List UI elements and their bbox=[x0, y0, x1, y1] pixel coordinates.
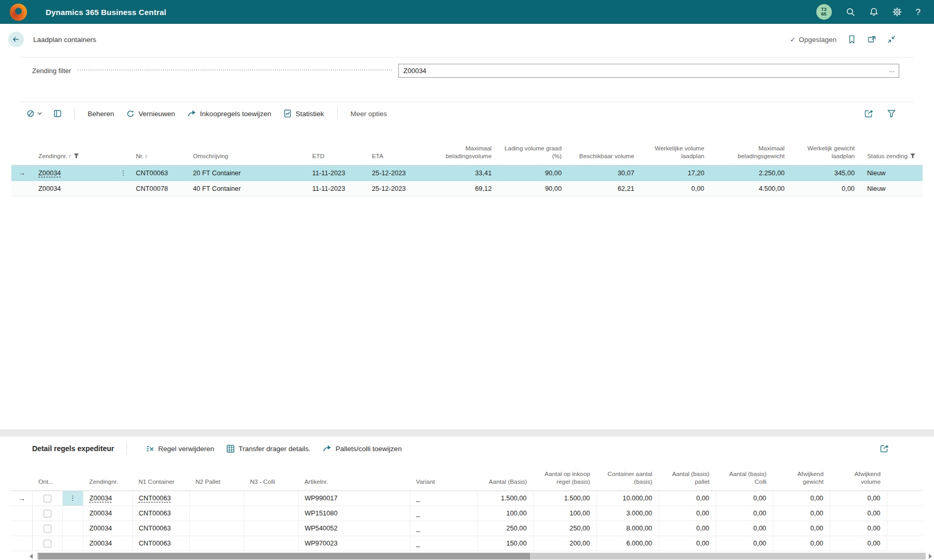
share-icon[interactable] bbox=[865, 109, 874, 118]
cell-container-aantal-basis[interactable]: 10.000,00 bbox=[596, 491, 659, 506]
cell-aantal-op-inkoopregel-basis[interactable]: 100,00 bbox=[533, 506, 596, 521]
row-checkbox[interactable] bbox=[44, 510, 51, 517]
assist-edit-button[interactable]: ... bbox=[887, 66, 899, 76]
meer-opties-button[interactable]: Meer opties bbox=[344, 110, 394, 118]
column-header-nr[interactable]: Nr.↑ bbox=[130, 124, 187, 165]
cell-aantal-basis-colli[interactable]: 0,00 bbox=[716, 491, 773, 506]
cell-lading-volume-graad[interactable]: 90,00 bbox=[498, 180, 568, 196]
column-header-max-beladingsvolume[interactable]: Maximaal beladingsvolume bbox=[415, 124, 498, 165]
cell-nr[interactable]: CNT00078 bbox=[130, 180, 187, 196]
cell-werkelijk-gewicht-laadplan[interactable]: 0,00 bbox=[791, 180, 861, 196]
cell-status-zending[interactable]: Nieuw bbox=[861, 165, 923, 180]
cell-zendingnr[interactable]: Z00034 bbox=[83, 536, 132, 551]
cell-variant[interactable]: _ bbox=[410, 536, 477, 551]
search-icon[interactable] bbox=[846, 7, 855, 17]
cell-aantal-basis-pallet[interactable]: 0,00 bbox=[659, 536, 716, 551]
cell-afwijkend-volume[interactable]: 0,00 bbox=[830, 491, 887, 506]
cell-omschrijving[interactable]: 20 FT Container bbox=[187, 165, 306, 180]
grid-row[interactable]: Z00034CNT0007840 FT Container11-11-20232… bbox=[11, 180, 923, 196]
grid-row[interactable]: →⋮Z00034CNT00063WP990017_1.500,001.500,0… bbox=[11, 491, 923, 506]
cell-afwijkend-volume[interactable]: 0,00 bbox=[830, 506, 887, 521]
analysis-mode-icon[interactable] bbox=[21, 109, 48, 118]
cell-variant[interactable]: _ bbox=[410, 506, 477, 521]
cell-max-beladingsvolume[interactable]: 69,12 bbox=[415, 180, 498, 196]
cell-n3-colli[interactable] bbox=[244, 521, 298, 536]
scrollbar-thumb[interactable] bbox=[38, 553, 530, 559]
shipment-filter-input[interactable] bbox=[399, 67, 887, 75]
column-header-zendingnr[interactable]: Zendingnr. bbox=[83, 460, 132, 491]
inkoopregels-toewijzen-button[interactable]: Inkoopregels toewijzen bbox=[182, 110, 277, 118]
row-checkbox[interactable] bbox=[44, 525, 51, 533]
cell-afwijkend-volume[interactable]: 0,00 bbox=[830, 536, 887, 551]
column-header-etd[interactable]: ETD bbox=[306, 124, 366, 165]
cell-werkelijke-volume-laadplan[interactable]: 0,00 bbox=[640, 180, 710, 196]
cell-rowmenu[interactable] bbox=[62, 521, 83, 536]
cell-rowmenu[interactable] bbox=[117, 180, 130, 196]
cell-aantal-basis[interactable]: 150,00 bbox=[477, 536, 533, 551]
column-header-lading-volume-graad[interactable]: Lading volume graad (%) bbox=[498, 124, 568, 165]
cell-lading-volume-graad[interactable]: 90,00 bbox=[498, 165, 568, 180]
column-header-max-beladingsgewicht[interactable]: Maximaal beladingsgewicht bbox=[710, 124, 791, 165]
column-header-beschikbaar-volume[interactable]: Beschikbaar volume bbox=[568, 124, 640, 165]
cell-artikelnr[interactable]: WP540052 bbox=[298, 521, 410, 536]
cell-aantal-basis-colli[interactable]: 0,00 bbox=[716, 536, 773, 551]
cell-aantal-basis[interactable]: 1.500,00 bbox=[477, 491, 533, 506]
statistiek-button[interactable]: Statistiek bbox=[277, 109, 330, 118]
cell-aantal-op-inkoopregel-basis[interactable]: 1.500,00 bbox=[533, 491, 596, 506]
filter-funnel-icon[interactable] bbox=[887, 109, 896, 118]
grid-row[interactable]: Z00034CNT00063WP970023_150,00200,006.000… bbox=[11, 536, 923, 551]
cell-zendingnr[interactable]: Z00034 bbox=[32, 165, 117, 180]
cell-max-beladingsgewicht[interactable]: 2.250,00 bbox=[710, 165, 791, 180]
column-header-artikelnr[interactable]: Artikelnr. bbox=[298, 460, 410, 491]
cell-ontvangen[interactable] bbox=[32, 506, 62, 521]
cell-aantal-basis-pallet[interactable]: 0,00 bbox=[659, 521, 716, 536]
collapse-icon[interactable] bbox=[887, 35, 896, 44]
column-header-afwijkend-volume[interactable]: Afwijkend volume bbox=[830, 460, 887, 491]
cell-variant[interactable]: _ bbox=[410, 491, 477, 506]
detail-share-icon[interactable] bbox=[880, 444, 934, 453]
cell-aantal-basis-colli[interactable]: 0,00 bbox=[716, 506, 773, 521]
cell-nr[interactable]: CNT00063 bbox=[130, 165, 187, 180]
cell-ontvangen[interactable] bbox=[32, 491, 62, 506]
row-menu-dots[interactable]: ⋮ bbox=[117, 165, 130, 180]
column-header-zendingnr[interactable]: Zendingnr.↑ bbox=[32, 124, 117, 165]
grid-row[interactable]: →Z00034⋮CNT0006320 FT Container11-11-202… bbox=[11, 165, 923, 180]
grid-row[interactable]: Z00034CNT00063WP151080_100,00100,003.000… bbox=[11, 506, 923, 521]
cell-artikelnr[interactable]: WP970023 bbox=[298, 536, 410, 551]
cell-n2-pallet[interactable] bbox=[189, 491, 244, 506]
cell-container-aantal-basis[interactable]: 8.000,00 bbox=[596, 521, 659, 536]
grid-row[interactable]: Z00034CNT00063WP540052_250,00250,008.000… bbox=[11, 521, 923, 536]
row-menu-dots[interactable]: ⋮ bbox=[62, 491, 83, 506]
cell-ontvangen[interactable] bbox=[32, 536, 62, 551]
cell-max-beladingsgewicht[interactable]: 4.500,00 bbox=[710, 180, 791, 196]
cell-rowmenu[interactable] bbox=[62, 506, 83, 521]
row-checkbox[interactable] bbox=[44, 495, 51, 502]
scroll-right-arrow[interactable] bbox=[929, 554, 932, 559]
cell-artikelnr[interactable]: WP990017 bbox=[298, 491, 410, 506]
cell-zendingnr[interactable]: Z00034 bbox=[83, 491, 132, 506]
avatar[interactable]: T3 65 bbox=[816, 4, 832, 20]
open-in-new-window-icon[interactable] bbox=[867, 35, 876, 44]
cell-n1-container[interactable]: CNT00063 bbox=[132, 506, 189, 521]
settings-gear-icon[interactable] bbox=[893, 7, 902, 17]
column-header-afwijkend-gewicht[interactable]: Afwijkend gewicht bbox=[773, 460, 830, 491]
back-button[interactable] bbox=[8, 32, 24, 47]
cell-afwijkend-gewicht[interactable]: 0,00 bbox=[773, 521, 830, 536]
column-header-aantal-op-inkoopregel-basis[interactable]: Aantal op inkoop regel (basis) bbox=[533, 460, 596, 491]
cell-etd[interactable]: 11-11-2023 bbox=[306, 165, 366, 180]
board-view-icon[interactable] bbox=[48, 109, 67, 118]
cell-artikelnr[interactable]: WP151080 bbox=[298, 506, 410, 521]
cell-aantal-basis[interactable]: 100,00 bbox=[477, 506, 533, 521]
cell-aantal-basis-pallet[interactable]: 0,00 bbox=[659, 506, 716, 521]
row-checkbox[interactable] bbox=[44, 540, 51, 548]
cell-beschikbaar-volume[interactable]: 62,21 bbox=[568, 180, 640, 196]
cell-status-zending[interactable]: Nieuw bbox=[861, 180, 923, 196]
cell-eta[interactable]: 25-12-2023 bbox=[366, 165, 415, 180]
cell-zendingnr[interactable]: Z00034 bbox=[83, 506, 132, 521]
cell-n2-pallet[interactable] bbox=[189, 536, 244, 551]
scrollbar-track[interactable] bbox=[37, 553, 926, 559]
pallets-colli-toewijzen-button[interactable]: Pallets/colli toewijzen bbox=[317, 445, 408, 453]
column-header-status-zending[interactable]: Status zending bbox=[861, 124, 923, 165]
column-header-werkelijk-gewicht-laadplan[interactable]: Werkelijk gewicht laadplan bbox=[791, 124, 861, 165]
column-header-eta[interactable]: ETA bbox=[366, 124, 415, 165]
